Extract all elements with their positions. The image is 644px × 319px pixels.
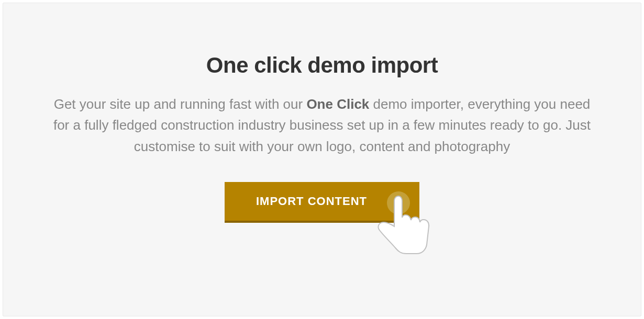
button-wrapper: IMPORT CONTENT xyxy=(225,182,419,221)
description-bold: One Click xyxy=(306,96,369,112)
import-content-button[interactable]: IMPORT CONTENT xyxy=(225,182,419,221)
description-part1: Get your site up and running fast with o… xyxy=(54,96,307,112)
description: Get your site up and running fast with o… xyxy=(50,94,594,157)
promo-card: One click demo import Get your site up a… xyxy=(3,3,641,316)
heading: One click demo import xyxy=(206,53,438,78)
